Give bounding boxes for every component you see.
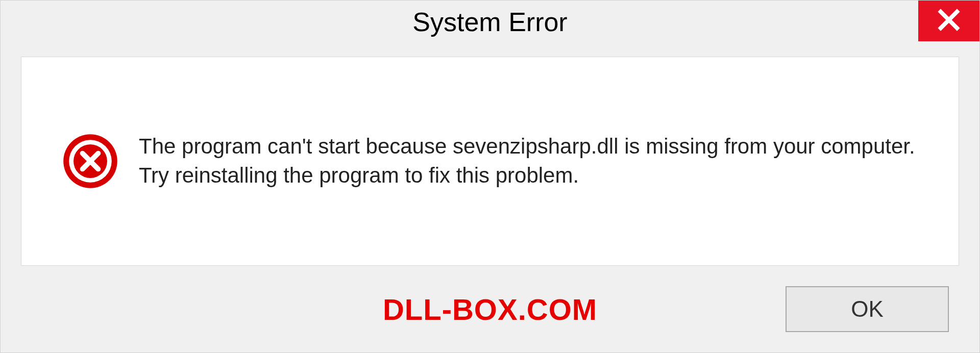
error-icon <box>62 133 118 189</box>
title-bar: System Error <box>1 1 979 52</box>
dialog-title: System Error <box>412 7 567 37</box>
close-icon <box>937 8 961 34</box>
content-area: The program can't start because sevenzip… <box>21 57 959 266</box>
dialog-footer: DLL-BOX.COM OK <box>1 266 979 352</box>
error-message: The program can't start because sevenzip… <box>139 132 918 190</box>
close-button[interactable] <box>918 1 979 41</box>
watermark-text: DLL-BOX.COM <box>383 292 597 326</box>
error-dialog: System Error The program can't start bec… <box>0 0 980 353</box>
ok-button[interactable]: OK <box>786 286 949 332</box>
